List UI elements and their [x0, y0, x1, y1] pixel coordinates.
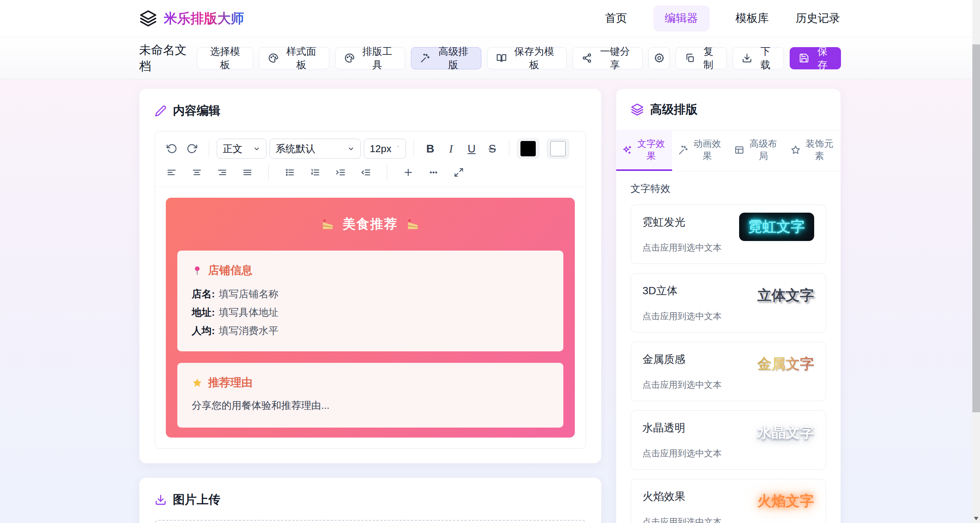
- effect-name: 金属质感: [643, 352, 722, 367]
- shop-address-value: 填写具体地址: [219, 307, 278, 318]
- shop-price-label: 人均:: [192, 325, 215, 336]
- image-upload-title: 图片上传: [173, 492, 221, 508]
- save-button[interactable]: 保存: [790, 47, 841, 69]
- font-size-select[interactable]: 12px: [364, 139, 406, 159]
- text-color-swatch[interactable]: [517, 139, 539, 159]
- align-right-button[interactable]: [213, 164, 231, 180]
- bold-button[interactable]: B: [422, 141, 439, 157]
- brand[interactable]: 米乐排版大师: [139, 10, 244, 28]
- divider: [209, 141, 209, 157]
- shop-info-card: 店铺信息 店名:填写店铺名称 地址:填写具体地址 人均:填写消费水平: [177, 251, 563, 351]
- share-button[interactable]: 一键分享: [573, 47, 643, 69]
- align-left-button[interactable]: [163, 164, 180, 180]
- document-toolbar: 未命名文档 选择模板 样式面板 排版工具 高级排版 保存为模板: [0, 37, 980, 79]
- insert-button[interactable]: [399, 164, 417, 180]
- select-template-button[interactable]: 选择模板: [197, 47, 253, 69]
- layout-tools-button[interactable]: 排版工具: [335, 47, 406, 69]
- effect-card-flame[interactable]: 火焰效果 点击应用到选中文本 火焰文字: [631, 479, 826, 523]
- tab-text-effects[interactable]: 文字效果: [616, 131, 672, 171]
- advanced-panel-title: 高级排版: [650, 102, 698, 118]
- undo-button[interactable]: [163, 141, 180, 157]
- redo-button[interactable]: [183, 141, 201, 157]
- effect-preview-flame: 火焰文字: [757, 492, 814, 511]
- share-label: 一键分享: [596, 45, 634, 72]
- nav-home[interactable]: 首页: [604, 5, 628, 31]
- recommend-reason-heading-text: 推荐理由: [208, 375, 253, 390]
- scrollbar-thumb[interactable]: [972, 44, 980, 412]
- advanced-layout-button[interactable]: 高级排版: [411, 47, 481, 69]
- editor-canvas[interactable]: 美食推荐 店铺信息 店名:填写店铺名称 地址:填写具体地址 人均: [155, 187, 586, 448]
- tab-animation-effects[interactable]: 动画效果: [672, 131, 728, 171]
- sparkles-icon: [622, 145, 632, 155]
- tab-advanced-layout[interactable]: 高级布局: [728, 131, 785, 171]
- magic-wand-icon: [420, 53, 430, 63]
- more-options-button[interactable]: [425, 164, 442, 180]
- effect-card-neon[interactable]: 霓虹发光 点击应用到选中文本 霓虹文字: [631, 205, 826, 264]
- nav-templates[interactable]: 模板库: [735, 5, 770, 31]
- effect-tabs: 文字效果 动画效果 高级布局 装饰元素: [616, 131, 841, 171]
- highlight-color-swatch[interactable]: [547, 139, 569, 159]
- nav-editor[interactable]: 编辑器: [653, 5, 710, 31]
- paragraph-style-select[interactable]: 正文: [217, 139, 267, 159]
- indent-decrease-button[interactable]: [357, 164, 375, 180]
- layout-tools-label: 排版工具: [359, 45, 396, 72]
- numbered-list-button[interactable]: [306, 164, 324, 180]
- shop-info-rows: 店名:填写店铺名称 地址:填写具体地址 人均:填写消费水平: [192, 287, 549, 338]
- layers-logo-icon: [139, 10, 157, 27]
- effect-name: 霓虹发光: [643, 215, 722, 230]
- advanced-panel-header: 高级排版: [616, 89, 841, 131]
- underline-button[interactable]: U: [463, 141, 481, 157]
- magic-wand-icon: [678, 145, 689, 155]
- advanced-typography-panel: 高级排版 文字效果 动画效果 高级布局 装饰元素: [616, 89, 841, 523]
- effect-card-crystal[interactable]: 水晶透明 点击应用到选中文本 水晶文字: [631, 410, 826, 470]
- fullscreen-button[interactable]: [450, 164, 468, 180]
- download-button[interactable]: 下载: [733, 47, 784, 69]
- effect-name: 3D立体: [643, 284, 722, 298]
- strikethrough-button[interactable]: S: [484, 141, 501, 157]
- font-family-value: 系统默认: [276, 142, 316, 156]
- style-panel-button[interactable]: 样式面板: [259, 47, 329, 69]
- divider: [509, 141, 509, 157]
- brand-name: 米乐排版大师: [164, 10, 244, 28]
- palette-icon: [344, 53, 355, 63]
- share-icon: [582, 53, 592, 63]
- shop-info-heading-text: 店铺信息: [208, 263, 253, 278]
- scrollbar-down-arrow[interactable]: [974, 517, 978, 520]
- text-effects-body: 文字特效 霓虹发光 点击应用到选中文本 霓虹文字 3D立体 点击应用到选中文本 …: [616, 171, 841, 523]
- content-editor-title: 内容编辑: [173, 103, 221, 119]
- effect-desc: 点击应用到选中文本: [643, 379, 722, 391]
- tab-text-effects-label: 文字效果: [636, 138, 666, 162]
- upload-dropzone[interactable]: [155, 520, 586, 523]
- effect-name: 水晶透明: [643, 421, 722, 435]
- settings-button[interactable]: [648, 47, 669, 69]
- font-size-value: 12px: [370, 143, 391, 155]
- indent-increase-button[interactable]: [332, 164, 349, 180]
- recommend-reason-heading: 推荐理由: [192, 375, 549, 390]
- layers-icon: [631, 103, 644, 116]
- effect-preview-metal: 金属文字: [757, 354, 814, 374]
- document-title[interactable]: 未命名文档: [139, 42, 197, 74]
- toolbar-buttons: 选择模板 样式面板 排版工具 高级排版 保存为模板 一键分享: [197, 47, 841, 69]
- nav-history[interactable]: 历史记录: [795, 5, 841, 31]
- align-justify-button[interactable]: [239, 164, 256, 180]
- font-family-select[interactable]: 系统默认: [270, 139, 361, 159]
- download-label: 下载: [756, 45, 775, 72]
- italic-button[interactable]: I: [442, 141, 460, 157]
- align-center-button[interactable]: [188, 164, 206, 180]
- food-banner: 美食推荐 店铺信息 店名:填写店铺名称 地址:填写具体地址 人均: [166, 198, 575, 438]
- effect-card-3d[interactable]: 3D立体 点击应用到选中文本 立体文字: [631, 273, 826, 333]
- shop-name-row: 店名:填写店铺名称: [192, 287, 549, 302]
- text-effects-section-label: 文字特效: [631, 182, 826, 195]
- tab-decorative-elements[interactable]: 装饰元素: [784, 131, 841, 171]
- save-as-template-button[interactable]: 保存为模板: [487, 47, 567, 69]
- page-scrollbar[interactable]: [972, 0, 980, 523]
- effect-card-metal[interactable]: 金属质感 点击应用到选中文本 金属文字: [631, 342, 826, 401]
- pencil-icon: [155, 105, 167, 117]
- copy-button[interactable]: 复制: [676, 47, 727, 69]
- nav-links: 首页 编辑器 模板库 历史记录: [604, 5, 841, 31]
- chevron-down-icon: [347, 145, 355, 152]
- tab-decorative-elements-label: 装饰元素: [805, 138, 834, 162]
- chevron-down-icon: [397, 145, 400, 152]
- book-icon: [496, 53, 507, 63]
- bullet-list-button[interactable]: [281, 164, 299, 180]
